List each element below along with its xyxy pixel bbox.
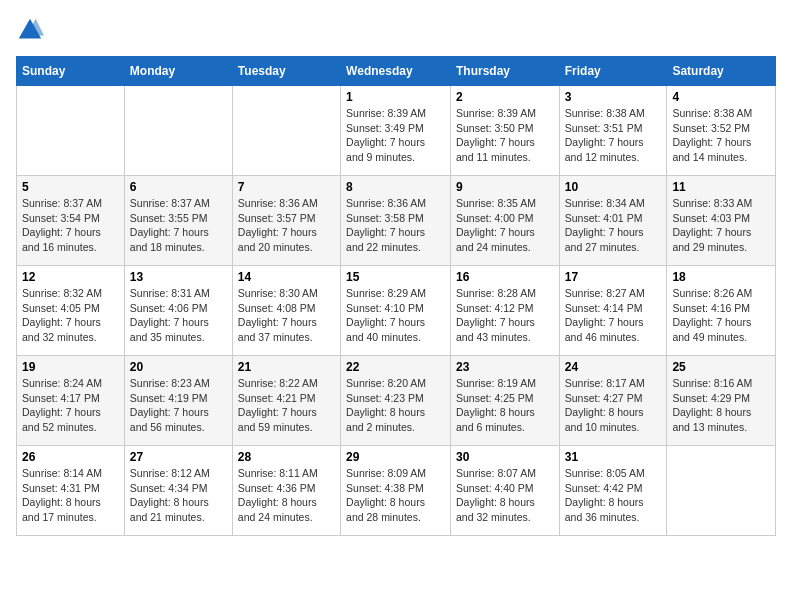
calendar-cell: 20Sunrise: 8:23 AM Sunset: 4:19 PM Dayli… — [124, 356, 232, 446]
calendar-cell: 14Sunrise: 8:30 AM Sunset: 4:08 PM Dayli… — [232, 266, 340, 356]
day-number: 10 — [565, 180, 662, 194]
calendar-cell: 11Sunrise: 8:33 AM Sunset: 4:03 PM Dayli… — [667, 176, 776, 266]
weekday-header: Saturday — [667, 57, 776, 86]
cell-content: Sunrise: 8:23 AM Sunset: 4:19 PM Dayligh… — [130, 376, 227, 435]
cell-content: Sunrise: 8:30 AM Sunset: 4:08 PM Dayligh… — [238, 286, 335, 345]
day-number: 31 — [565, 450, 662, 464]
calendar-cell: 15Sunrise: 8:29 AM Sunset: 4:10 PM Dayli… — [341, 266, 451, 356]
calendar-week-row: 12Sunrise: 8:32 AM Sunset: 4:05 PM Dayli… — [17, 266, 776, 356]
calendar-cell: 8Sunrise: 8:36 AM Sunset: 3:58 PM Daylig… — [341, 176, 451, 266]
day-number: 29 — [346, 450, 445, 464]
weekday-header: Monday — [124, 57, 232, 86]
day-number: 11 — [672, 180, 770, 194]
day-number: 5 — [22, 180, 119, 194]
calendar-cell: 24Sunrise: 8:17 AM Sunset: 4:27 PM Dayli… — [559, 356, 667, 446]
cell-content: Sunrise: 8:32 AM Sunset: 4:05 PM Dayligh… — [22, 286, 119, 345]
day-number: 3 — [565, 90, 662, 104]
calendar-cell: 25Sunrise: 8:16 AM Sunset: 4:29 PM Dayli… — [667, 356, 776, 446]
calendar-cell: 27Sunrise: 8:12 AM Sunset: 4:34 PM Dayli… — [124, 446, 232, 536]
cell-content: Sunrise: 8:38 AM Sunset: 3:51 PM Dayligh… — [565, 106, 662, 165]
cell-content: Sunrise: 8:28 AM Sunset: 4:12 PM Dayligh… — [456, 286, 554, 345]
cell-content: Sunrise: 8:33 AM Sunset: 4:03 PM Dayligh… — [672, 196, 770, 255]
calendar-cell: 30Sunrise: 8:07 AM Sunset: 4:40 PM Dayli… — [450, 446, 559, 536]
cell-content: Sunrise: 8:19 AM Sunset: 4:25 PM Dayligh… — [456, 376, 554, 435]
day-number: 9 — [456, 180, 554, 194]
calendar-header: SundayMondayTuesdayWednesdayThursdayFrid… — [17, 57, 776, 86]
calendar-week-row: 19Sunrise: 8:24 AM Sunset: 4:17 PM Dayli… — [17, 356, 776, 446]
calendar-cell: 2Sunrise: 8:39 AM Sunset: 3:50 PM Daylig… — [450, 86, 559, 176]
day-number: 19 — [22, 360, 119, 374]
calendar-cell: 5Sunrise: 8:37 AM Sunset: 3:54 PM Daylig… — [17, 176, 125, 266]
calendar-cell: 9Sunrise: 8:35 AM Sunset: 4:00 PM Daylig… — [450, 176, 559, 266]
cell-content: Sunrise: 8:36 AM Sunset: 3:57 PM Dayligh… — [238, 196, 335, 255]
calendar-cell — [667, 446, 776, 536]
calendar-cell: 1Sunrise: 8:39 AM Sunset: 3:49 PM Daylig… — [341, 86, 451, 176]
weekday-header: Wednesday — [341, 57, 451, 86]
day-number: 20 — [130, 360, 227, 374]
cell-content: Sunrise: 8:16 AM Sunset: 4:29 PM Dayligh… — [672, 376, 770, 435]
day-number: 12 — [22, 270, 119, 284]
calendar-cell: 22Sunrise: 8:20 AM Sunset: 4:23 PM Dayli… — [341, 356, 451, 446]
calendar-cell: 10Sunrise: 8:34 AM Sunset: 4:01 PM Dayli… — [559, 176, 667, 266]
day-number: 23 — [456, 360, 554, 374]
day-number: 6 — [130, 180, 227, 194]
calendar-cell: 23Sunrise: 8:19 AM Sunset: 4:25 PM Dayli… — [450, 356, 559, 446]
cell-content: Sunrise: 8:17 AM Sunset: 4:27 PM Dayligh… — [565, 376, 662, 435]
calendar-week-row: 1Sunrise: 8:39 AM Sunset: 3:49 PM Daylig… — [17, 86, 776, 176]
calendar-table: SundayMondayTuesdayWednesdayThursdayFrid… — [16, 56, 776, 536]
cell-content: Sunrise: 8:39 AM Sunset: 3:49 PM Dayligh… — [346, 106, 445, 165]
weekday-header: Sunday — [17, 57, 125, 86]
calendar-cell — [124, 86, 232, 176]
day-number: 24 — [565, 360, 662, 374]
day-number: 28 — [238, 450, 335, 464]
cell-content: Sunrise: 8:27 AM Sunset: 4:14 PM Dayligh… — [565, 286, 662, 345]
day-number: 22 — [346, 360, 445, 374]
cell-content: Sunrise: 8:05 AM Sunset: 4:42 PM Dayligh… — [565, 466, 662, 525]
calendar-cell: 21Sunrise: 8:22 AM Sunset: 4:21 PM Dayli… — [232, 356, 340, 446]
day-number: 21 — [238, 360, 335, 374]
calendar-cell: 12Sunrise: 8:32 AM Sunset: 4:05 PM Dayli… — [17, 266, 125, 356]
day-number: 4 — [672, 90, 770, 104]
cell-content: Sunrise: 8:39 AM Sunset: 3:50 PM Dayligh… — [456, 106, 554, 165]
cell-content: Sunrise: 8:11 AM Sunset: 4:36 PM Dayligh… — [238, 466, 335, 525]
cell-content: Sunrise: 8:22 AM Sunset: 4:21 PM Dayligh… — [238, 376, 335, 435]
calendar-week-row: 26Sunrise: 8:14 AM Sunset: 4:31 PM Dayli… — [17, 446, 776, 536]
calendar-cell: 29Sunrise: 8:09 AM Sunset: 4:38 PM Dayli… — [341, 446, 451, 536]
calendar-cell: 31Sunrise: 8:05 AM Sunset: 4:42 PM Dayli… — [559, 446, 667, 536]
cell-content: Sunrise: 8:20 AM Sunset: 4:23 PM Dayligh… — [346, 376, 445, 435]
calendar-cell: 7Sunrise: 8:36 AM Sunset: 3:57 PM Daylig… — [232, 176, 340, 266]
day-number: 18 — [672, 270, 770, 284]
day-number: 27 — [130, 450, 227, 464]
day-number: 1 — [346, 90, 445, 104]
cell-content: Sunrise: 8:37 AM Sunset: 3:54 PM Dayligh… — [22, 196, 119, 255]
calendar-cell — [17, 86, 125, 176]
cell-content: Sunrise: 8:34 AM Sunset: 4:01 PM Dayligh… — [565, 196, 662, 255]
day-number: 13 — [130, 270, 227, 284]
calendar-cell: 19Sunrise: 8:24 AM Sunset: 4:17 PM Dayli… — [17, 356, 125, 446]
logo-icon — [16, 16, 44, 44]
day-number: 25 — [672, 360, 770, 374]
calendar-cell: 17Sunrise: 8:27 AM Sunset: 4:14 PM Dayli… — [559, 266, 667, 356]
day-number: 2 — [456, 90, 554, 104]
page-header — [16, 16, 776, 44]
cell-content: Sunrise: 8:29 AM Sunset: 4:10 PM Dayligh… — [346, 286, 445, 345]
day-number: 17 — [565, 270, 662, 284]
cell-content: Sunrise: 8:09 AM Sunset: 4:38 PM Dayligh… — [346, 466, 445, 525]
cell-content: Sunrise: 8:07 AM Sunset: 4:40 PM Dayligh… — [456, 466, 554, 525]
day-number: 15 — [346, 270, 445, 284]
weekday-header: Friday — [559, 57, 667, 86]
calendar-cell: 3Sunrise: 8:38 AM Sunset: 3:51 PM Daylig… — [559, 86, 667, 176]
calendar-cell — [232, 86, 340, 176]
day-number: 8 — [346, 180, 445, 194]
calendar-cell: 4Sunrise: 8:38 AM Sunset: 3:52 PM Daylig… — [667, 86, 776, 176]
weekday-header: Tuesday — [232, 57, 340, 86]
calendar-body: 1Sunrise: 8:39 AM Sunset: 3:49 PM Daylig… — [17, 86, 776, 536]
calendar-cell: 6Sunrise: 8:37 AM Sunset: 3:55 PM Daylig… — [124, 176, 232, 266]
cell-content: Sunrise: 8:36 AM Sunset: 3:58 PM Dayligh… — [346, 196, 445, 255]
day-number: 30 — [456, 450, 554, 464]
calendar-week-row: 5Sunrise: 8:37 AM Sunset: 3:54 PM Daylig… — [17, 176, 776, 266]
cell-content: Sunrise: 8:35 AM Sunset: 4:00 PM Dayligh… — [456, 196, 554, 255]
cell-content: Sunrise: 8:31 AM Sunset: 4:06 PM Dayligh… — [130, 286, 227, 345]
calendar-cell: 18Sunrise: 8:26 AM Sunset: 4:16 PM Dayli… — [667, 266, 776, 356]
calendar-cell: 16Sunrise: 8:28 AM Sunset: 4:12 PM Dayli… — [450, 266, 559, 356]
